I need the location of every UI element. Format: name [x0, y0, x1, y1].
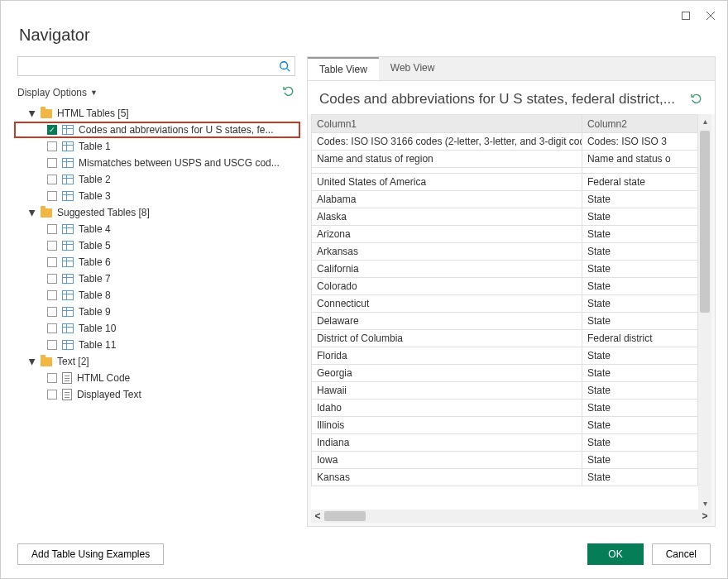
cell: Illinois — [312, 417, 582, 434]
cell: Colorado — [312, 278, 582, 295]
document-icon — [62, 389, 72, 400]
display-options-dropdown[interactable]: Display Options ▼ — [17, 87, 98, 98]
cell: Alaska — [312, 208, 582, 226]
column-header[interactable]: Column1 — [312, 115, 582, 133]
cell: State — [582, 191, 697, 208]
table-row[interactable]: District of ColumbiaFederal district — [312, 330, 698, 347]
table-row[interactable]: IdahoState — [312, 400, 698, 417]
tree-item[interactable]: Table 9 — [14, 304, 300, 320]
tree-item[interactable]: Table 2 — [14, 171, 300, 188]
search-box[interactable] — [17, 56, 295, 76]
left-panel: Display Options ▼ ▶HTML Tables [5]✓Codes… — [12, 56, 300, 527]
checkbox[interactable] — [47, 257, 57, 267]
cell: State — [582, 469, 697, 486]
tree-item[interactable]: Table 5 — [14, 237, 300, 254]
table-icon — [62, 241, 74, 251]
cell: California — [312, 261, 582, 278]
table-row[interactable]: IndianaState — [312, 434, 698, 452]
checkbox[interactable] — [47, 191, 57, 201]
tree-item-label: Table 7 — [79, 273, 111, 285]
table-row[interactable]: ArizonaState — [312, 226, 698, 243]
tree-item[interactable]: Table 8 — [14, 287, 300, 304]
table-row[interactable]: GeorgiaState — [312, 365, 698, 382]
tree-item[interactable]: Table 6 — [14, 254, 300, 270]
tree-item-label: Table 9 — [79, 306, 111, 318]
scroll-right-icon[interactable]: > — [698, 510, 711, 523]
horizontal-scrollbar[interactable]: < > — [311, 510, 711, 523]
checkbox[interactable]: ✓ — [47, 125, 57, 135]
table-row[interactable]: ColoradoState — [312, 278, 698, 295]
search-input[interactable] — [18, 60, 275, 72]
tree-group-header[interactable]: ▶HTML Tables [5] — [14, 105, 300, 122]
data-grid[interactable]: Column1Column2Codes: ISO ISO 3166 codes … — [311, 114, 698, 510]
folder-icon — [41, 109, 52, 118]
tab-table-view[interactable]: Table View — [308, 57, 379, 80]
checkbox[interactable] — [47, 390, 57, 400]
tree-item[interactable]: Table 11 — [14, 337, 300, 353]
tree-item[interactable]: Displayed Text — [14, 386, 300, 403]
cancel-button[interactable]: Cancel — [652, 543, 711, 565]
cell: Hawaii — [312, 382, 582, 400]
vertical-scrollbar[interactable]: ▴ ▾ — [698, 114, 711, 510]
tree-item[interactable]: Table 3 — [14, 188, 300, 204]
checkbox[interactable] — [47, 175, 57, 184]
tree-item[interactable]: Table 4 — [14, 221, 300, 237]
add-table-examples-button[interactable]: Add Table Using Examples — [17, 543, 164, 565]
checkbox[interactable] — [47, 323, 57, 333]
table-row[interactable]: IowaState — [312, 452, 698, 469]
checkbox[interactable] — [47, 373, 57, 383]
checkbox[interactable] — [47, 290, 57, 300]
tree-item[interactable]: Table 1 — [14, 138, 300, 155]
scroll-down-icon[interactable]: ▾ — [698, 496, 711, 510]
table-row[interactable]: ConnecticutState — [312, 295, 698, 313]
checkbox[interactable] — [47, 340, 57, 350]
preview-refresh-icon[interactable] — [690, 92, 703, 108]
preview-title: Codes and abbreviations for U S states, … — [319, 91, 675, 108]
table-row[interactable]: AlabamaState — [312, 191, 698, 208]
table-row[interactable] — [312, 168, 698, 174]
cell: State — [582, 400, 697, 417]
tree-group-header[interactable]: ▶Suggested Tables [8] — [14, 204, 300, 221]
tree-item[interactable]: Table 10 — [14, 320, 300, 337]
titlebar — [12, 7, 716, 24]
table-row[interactable]: CaliforniaState — [312, 261, 698, 278]
table-row[interactable]: KansasState — [312, 469, 698, 486]
table-row[interactable]: ArkansasState — [312, 243, 698, 261]
ok-button[interactable]: OK — [587, 543, 643, 565]
scroll-thumb-h[interactable] — [324, 511, 366, 521]
tab-web-view[interactable]: Web View — [379, 57, 447, 80]
table-row[interactable]: Name and status of regionName and status… — [312, 151, 698, 168]
tree-item[interactable]: ✓Codes and abbreviations for U S states,… — [14, 122, 300, 138]
table-row[interactable]: United States of AmericaFederal state — [312, 174, 698, 191]
table-row[interactable]: AlaskaState — [312, 208, 698, 226]
checkbox[interactable] — [47, 224, 57, 234]
cell: Iowa — [312, 452, 582, 469]
close-icon[interactable] — [706, 11, 716, 21]
chevron-down-icon: ▶ — [28, 110, 37, 117]
checkbox[interactable] — [47, 141, 57, 151]
table-row[interactable]: DelawareState — [312, 313, 698, 330]
cell: Federal state — [582, 174, 697, 191]
cell: State — [582, 452, 697, 469]
table-row[interactable]: HawaiiState — [312, 382, 698, 400]
scroll-left-icon[interactable]: < — [311, 510, 324, 523]
search-icon[interactable] — [275, 60, 295, 72]
svg-line-4 — [287, 69, 290, 72]
maximize-icon[interactable] — [681, 11, 691, 21]
refresh-icon[interactable] — [282, 84, 295, 100]
tree-item[interactable]: Mismatches between USPS and USCG cod... — [14, 155, 300, 171]
table-row[interactable]: FloridaState — [312, 347, 698, 365]
table-row[interactable]: IllinoisState — [312, 417, 698, 434]
tree-item[interactable]: HTML Code — [14, 370, 300, 386]
checkbox[interactable] — [47, 307, 57, 317]
checkbox[interactable] — [47, 241, 57, 251]
checkbox[interactable] — [47, 274, 57, 284]
column-header[interactable]: Column2 — [582, 115, 697, 133]
tree-group-header[interactable]: ▶Text [2] — [14, 353, 300, 370]
scroll-up-icon[interactable]: ▴ — [698, 114, 711, 127]
tree-item[interactable]: Table 7 — [14, 270, 300, 287]
cell: State — [582, 243, 697, 261]
scroll-thumb[interactable] — [700, 131, 710, 313]
table-row[interactable]: Codes: ISO ISO 3166 codes (2-letter, 3-l… — [312, 133, 698, 151]
checkbox[interactable] — [47, 158, 57, 168]
